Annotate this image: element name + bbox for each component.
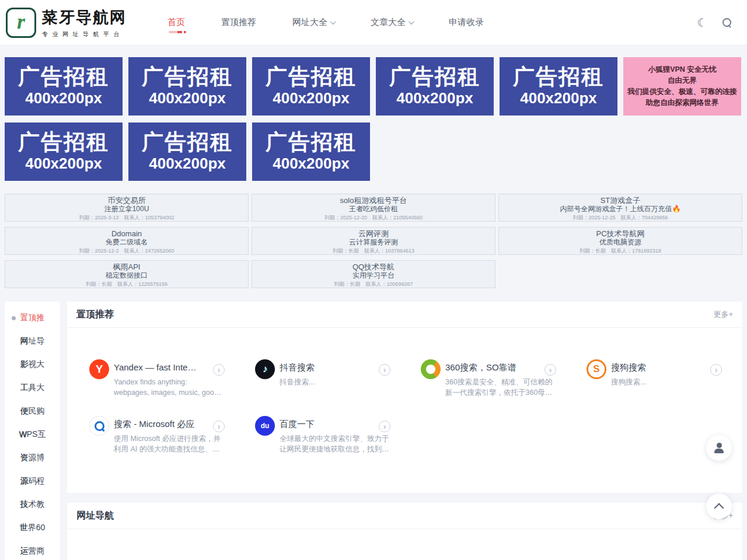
link-title: 云网评测 — [358, 229, 389, 238]
chevron-right-icon[interactable]: › — [379, 421, 390, 432]
logo-leaf-icon: r — [6, 8, 36, 38]
ad-banner[interactable]: 广告招租 400x200px — [128, 123, 246, 181]
sidebar-item-sites[interactable]: 网 网址导 — [5, 330, 60, 353]
text-link-card[interactable]: QQ技术导航 实用学习平台 到期：长期 联系人：100599267 — [252, 260, 495, 288]
link-subtitle: 云计算服务评测 — [349, 238, 398, 247]
chevron-right-icon[interactable]: › — [544, 364, 556, 376]
leaf-glyph: r — [17, 11, 25, 32]
chevron-up-icon — [714, 503, 724, 513]
nav-home[interactable]: 首页 — [167, 17, 185, 28]
site-title: 360搜索，SO靠谱 — [445, 362, 539, 373]
site-desc: Yandex finds anything: — [114, 377, 207, 387]
link-subtitle: 王者吃鸡低价租 — [349, 205, 398, 214]
bullet-icon — [12, 316, 16, 320]
main-nav: 首页 置顶推荐 网址大全 文章大全 申请收录 — [167, 17, 484, 28]
sidebar-item-shopping[interactable]: 便 便民购 — [5, 400, 60, 423]
site-card-grid: Y Yandex — fast Inte… Yandex finds anyth… — [67, 328, 742, 454]
ad-title: 广告招租 — [18, 131, 109, 155]
site-desc: 使用 Microsoft 必应进行搜索，并 — [114, 433, 207, 444]
chevron-right-icon[interactable]: › — [213, 421, 225, 432]
ad-banner[interactable]: 广告招租 400x200px — [5, 123, 123, 181]
sidebar-item-movies[interactable]: 影 影视大 — [5, 353, 60, 376]
link-subtitle: 内部号全网游戏盒子！上线百万充值🔥 — [560, 205, 681, 214]
site-card-baidu[interactable]: du 百度一下 全球最大的中文搜索引擎、致力于 让网民更便捷地获取信息，找到… … — [255, 416, 407, 454]
more-link[interactable]: 更多+ — [713, 309, 733, 320]
magnifier-glyph — [94, 421, 104, 431]
sidebar-item-source[interactable]: 源 源码程 — [5, 470, 60, 493]
vpn-ad-line: 小狐狸VPN 安全无忧 — [648, 64, 717, 75]
site-card-360[interactable]: 360搜索，SO靠谱 360搜索是安全、精准、可信赖的 新一代搜索引擎，依托于3… — [421, 359, 573, 398]
sidebar-item-tutorials[interactable]: 技 技术教 — [5, 493, 60, 516]
category-sidebar: 置顶推 网 网址导 影 影视大 工 工具大 便 便民购 W WPS互 资 资源博… — [5, 302, 60, 560]
chevron-right-icon[interactable]: › — [379, 364, 390, 376]
text-link-card[interactable]: ST游戏盒子 内部号全网游戏盒子！上线百万充值🔥 到期：2025-12-25 联… — [498, 194, 742, 222]
link-meta: 到期：长期 联系人：100599267 — [334, 281, 413, 288]
ad-banner[interactable]: 广告招租 400x200px — [252, 123, 370, 181]
link-title: PC技术导航网 — [596, 229, 644, 238]
icon-glyph: Y — [96, 363, 103, 376]
sidebar-item-world60[interactable]: 世 世界60 — [5, 516, 60, 540]
header: r 菜牙导航网 专业网址导航平台 首页 置顶推荐 网址大全 文章大全 申请收录 … — [0, 0, 747, 46]
text-link-card[interactable]: PC技术导航网 优质电脑资源 到期：长期 联系人：1781892318 — [498, 227, 742, 255]
360-search-icon — [421, 359, 441, 379]
site-desc: 利用 AI 的强大功能查找信息、… — [114, 444, 207, 454]
baidu-icon: du — [255, 416, 275, 436]
sidebar-item-pinned[interactable]: 置顶推 — [5, 306, 60, 330]
ad-size: 400x200px — [149, 89, 226, 107]
sites-section: 网址导航 更多+ — [67, 503, 742, 560]
nav-pinned[interactable]: 置顶推荐 — [221, 17, 256, 28]
link-title: QQ技术导航 — [352, 262, 395, 271]
link-title: Ddomain — [111, 229, 142, 238]
site-title: 菜牙导航网 — [42, 7, 127, 28]
site-title: 百度一下 — [280, 418, 373, 430]
ad-size: 400x200px — [25, 89, 102, 107]
text-link-card[interactable]: 枫雨API 稳定数据接口 到期：长期 联系人：1225579156 — [5, 260, 249, 288]
ad-banner[interactable]: 广告招租 400x200px — [376, 57, 494, 116]
site-desc: 抖音搜索... — [280, 377, 373, 387]
user-button[interactable] — [706, 435, 732, 461]
ad-banner[interactable]: 广告招租 400x200px — [252, 57, 370, 116]
ad-banner[interactable]: 广告招租 400x200px — [5, 57, 123, 116]
ad-size: 400x200px — [273, 155, 350, 173]
sidebar-item-blogs[interactable]: 资 资源博 — [5, 446, 60, 470]
dark-mode-icon[interactable]: ☾ — [697, 16, 707, 30]
link-subtitle: 免费二级域名 — [106, 238, 148, 247]
site-card-sogou[interactable]: S 搜狗搜索 搜狗搜索... › — [587, 359, 738, 398]
ad-size: 400x200px — [273, 89, 350, 107]
text-link-card[interactable]: 币安交易所 注册立拿100U 到期：2026-3-13 联系人：10537940… — [5, 194, 249, 222]
ad-banner[interactable]: 广告招租 400x200px — [500, 57, 617, 116]
link-meta: 到期：2025-12-25 联系人：704429956 — [573, 214, 668, 221]
text-link-card[interactable]: Ddomain 免费二级域名 到期：2025-12-2 联系人：24726520… — [5, 227, 249, 255]
chevron-right-icon[interactable]: › — [213, 364, 225, 376]
scroll-top-button[interactable] — [706, 494, 732, 519]
sogou-icon: S — [587, 359, 606, 379]
nav-submit[interactable]: 申请收录 — [449, 17, 484, 28]
site-desc — [280, 387, 373, 398]
ad-title: 广告招租 — [266, 65, 357, 89]
chevron-down-icon — [330, 19, 336, 24]
vpn-ad-banner[interactable]: 小狐狸VPN 安全无忧 自由无界 我们提供安全、极速、可靠的连接 助您自由探索网… — [623, 57, 741, 116]
site-card-douyin[interactable]: ♪ 抖音搜索 抖音搜索... › — [255, 359, 407, 398]
sidebar-item-wps[interactable]: W WPS互 — [5, 423, 60, 446]
site-card-bing[interactable]: 搜索 - Microsoft 必应 使用 Microsoft 必应进行搜索，并 … — [89, 416, 241, 454]
link-title: 枫雨API — [113, 262, 141, 271]
sidebar-item-tools[interactable]: 工 工具大 — [5, 376, 60, 400]
text-link-card[interactable]: solo租游戏租号平台 王者吃鸡低价租 到期：2025-12-20 联系人：21… — [252, 194, 495, 222]
site-card-yandex[interactable]: Y Yandex — fast Inte… Yandex finds anyth… — [89, 359, 241, 398]
text-link-card[interactable]: 云网评测 云计算服务评测 到期：长期 联系人：1037864613 — [252, 227, 495, 255]
sidebar-item-carrier[interactable]: 运 运营商 — [5, 540, 60, 560]
site-desc: webpages, images, music, goo… — [114, 387, 207, 398]
nav-submit-label: 申请收录 — [449, 17, 484, 28]
nav-sites[interactable]: 网址大全 — [292, 17, 334, 28]
site-title: 抖音搜索 — [280, 362, 373, 373]
ad-size: 400x200px — [149, 155, 226, 173]
ad-banner[interactable]: 广告招租 400x200px — [128, 57, 246, 116]
chevron-right-icon[interactable]: › — [710, 364, 722, 376]
ad-title: 广告招租 — [266, 131, 357, 155]
site-logo[interactable]: r 菜牙导航网 专业网址导航平台 — [6, 7, 127, 38]
site-subtitle: 专业网址导航平台 — [42, 30, 127, 38]
vpn-ad-line: 助您自由探索网络世界 — [646, 97, 719, 108]
search-icon[interactable] — [722, 18, 732, 27]
nav-articles-label: 文章大全 — [371, 17, 406, 28]
nav-articles[interactable]: 文章大全 — [371, 17, 413, 28]
